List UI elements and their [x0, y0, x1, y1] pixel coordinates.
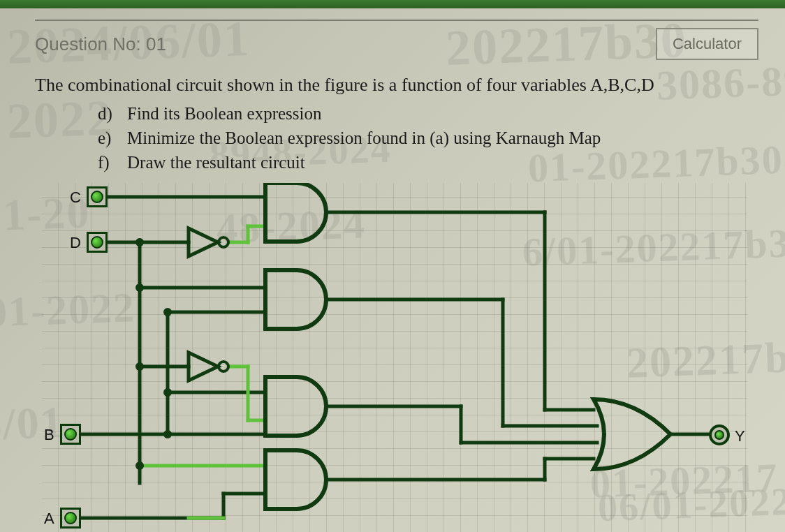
svg-point-36 — [135, 362, 144, 371]
svg-point-39 — [163, 388, 172, 397]
part-text: Draw the resultant circuit — [127, 150, 305, 175]
svg-point-38 — [163, 308, 172, 316]
part-marker: d) — [98, 101, 117, 126]
calculator-button[interactable]: Calculator — [656, 28, 758, 60]
and-gate-4 — [265, 450, 326, 509]
part-marker: f) — [98, 150, 117, 175]
circuit-svg — [42, 183, 747, 532]
svg-point-37 — [135, 461, 144, 470]
and-gate-2 — [265, 270, 326, 329]
svg-point-35 — [135, 283, 144, 292]
part-text: Find its Boolean expression — [127, 101, 321, 126]
part-text: Minimize the Boolean expression found in… — [127, 126, 601, 150]
not-gate-2 — [189, 353, 228, 380]
question-number: Question No: 01 — [35, 34, 166, 55]
part-d: d) Find its Boolean expression — [98, 101, 758, 126]
and-gate-3 — [265, 377, 326, 436]
and-gate-1 — [265, 183, 326, 242]
circuit-diagram: C D B A Y — [42, 183, 747, 532]
not-gate-1 — [189, 228, 228, 256]
part-e: e) Minimize the Boolean expression found… — [98, 126, 758, 150]
svg-point-40 — [163, 430, 172, 438]
question-parts: d) Find its Boolean expression e) Minimi… — [98, 101, 758, 175]
or-gate — [594, 399, 670, 469]
question-intro: The combinational circuit shown in the f… — [35, 73, 758, 97]
part-marker: e) — [98, 126, 117, 150]
part-f: f) Draw the resultant circuit — [98, 150, 758, 175]
svg-point-34 — [135, 238, 144, 246]
